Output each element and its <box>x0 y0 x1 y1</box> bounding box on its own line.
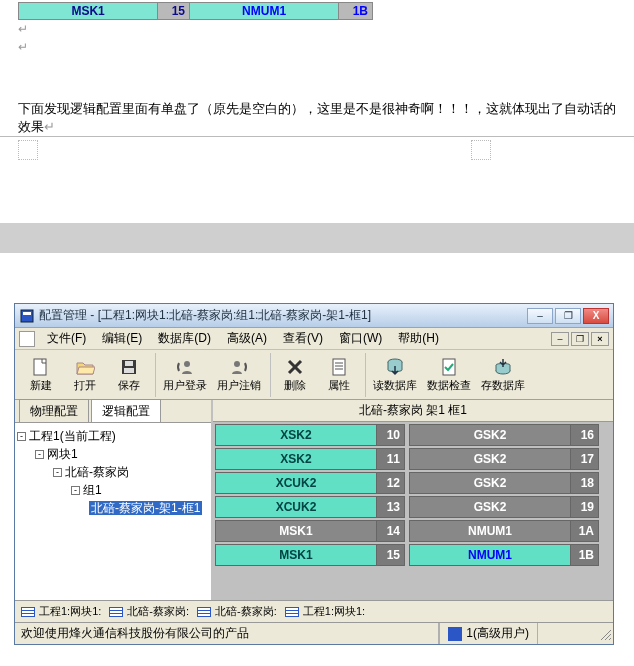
slot-left[interactable]: XCUK212 <box>215 472 405 494</box>
logout-icon <box>228 356 250 378</box>
rack-row: MSK115NMUM11B <box>215 544 611 566</box>
readdb-button[interactable]: 读数据库 <box>370 354 420 396</box>
slot-right[interactable]: GSK217 <box>409 448 599 470</box>
left-pane: 物理配置 逻辑配置 -工程1(当前工程) -网块1 -北碚-蔡家岗 -组1 北碚… <box>15 400 213 600</box>
menu-advanced[interactable]: 高级(A) <box>219 330 275 347</box>
slot-number: 1B <box>570 545 598 565</box>
slot-label: GSK2 <box>410 449 570 469</box>
rack-row: XSK210GSK216 <box>215 424 611 446</box>
svg-rect-2 <box>34 359 46 375</box>
menu-file[interactable]: 文件(F) <box>39 330 94 347</box>
tree-node-site[interactable]: -北碚-蔡家岗 <box>17 463 209 481</box>
svg-rect-19 <box>22 611 34 613</box>
slot-right[interactable]: GSK216 <box>409 424 599 446</box>
slot-label: MSK1 <box>216 521 376 541</box>
svg-rect-30 <box>286 608 298 610</box>
save-icon <box>118 356 140 378</box>
checkdata-icon <box>438 356 460 378</box>
menu-icon <box>19 331 35 347</box>
menu-database[interactable]: 数据库(D) <box>150 330 219 347</box>
rack-icon <box>197 607 211 617</box>
collapse-icon[interactable]: - <box>35 450 44 459</box>
tree-node-block[interactable]: -网块1 <box>17 445 209 463</box>
mdi-close-button[interactable]: × <box>591 332 609 346</box>
slot-number: 15 <box>376 545 404 565</box>
slot-number: 11 <box>376 449 404 469</box>
collapse-icon[interactable]: - <box>17 432 26 441</box>
slot-left[interactable]: XCUK213 <box>215 496 405 518</box>
bottom-tab[interactable]: 工程1:网块1: <box>285 604 365 619</box>
window-title: 配置管理 - [工程1:网块1:北碚-蔡家岗:组1:北碚-蔡家岗-架1-框1] <box>39 307 527 324</box>
minimize-button[interactable]: – <box>527 308 553 324</box>
svg-rect-1 <box>23 312 31 315</box>
mdi-minimize-button[interactable]: – <box>551 332 569 346</box>
delete-label: 删除 <box>284 378 306 393</box>
image-placeholders <box>0 137 634 163</box>
save-button[interactable]: 保存 <box>109 354 149 396</box>
resize-grip-icon[interactable] <box>597 626 613 642</box>
rack-row: MSK114NMUM11A <box>215 520 611 542</box>
toolbar: 新建 打开 保存 用户登录 用户注销 删除 <box>15 350 613 400</box>
slot-right[interactable]: GSK218 <box>409 472 599 494</box>
slot-number: 19 <box>570 497 598 517</box>
login-icon <box>174 356 196 378</box>
mdi-restore-button[interactable]: ❐ <box>571 332 589 346</box>
savedb-button[interactable]: 存数据库 <box>478 354 528 396</box>
readdb-label: 读数据库 <box>373 378 417 393</box>
properties-button[interactable]: 属性 <box>319 354 359 396</box>
new-button[interactable]: 新建 <box>21 354 61 396</box>
status-user-cell: 1(高级用户) <box>439 623 537 644</box>
svg-rect-4 <box>124 368 134 373</box>
svg-rect-28 <box>198 614 210 616</box>
maximize-button[interactable]: ❐ <box>555 308 581 324</box>
svg-rect-15 <box>443 359 455 375</box>
bottom-tab[interactable]: 北碚-蔡家岗: <box>197 604 277 619</box>
rack-icon <box>285 607 299 617</box>
bottom-tab[interactable]: 北碚-蔡家岗: <box>109 604 189 619</box>
slot-number: 12 <box>376 473 404 493</box>
logout-button[interactable]: 用户注销 <box>214 354 264 396</box>
app-window: 配置管理 - [工程1:网块1:北碚-蔡家岗:组1:北碚-蔡家岗-架1-框1] … <box>14 303 614 645</box>
svg-rect-5 <box>125 361 133 366</box>
tab-physical[interactable]: 物理配置 <box>19 399 89 422</box>
login-label: 用户登录 <box>163 378 207 393</box>
svg-rect-27 <box>198 611 210 613</box>
login-button[interactable]: 用户登录 <box>160 354 210 396</box>
user-indicator-icon <box>448 627 462 641</box>
tree-node-project[interactable]: -工程1(当前工程) <box>17 427 209 445</box>
slot-right[interactable]: GSK219 <box>409 496 599 518</box>
paragraph-mark: ↵ <box>0 38 634 56</box>
menu-help[interactable]: 帮助(H) <box>390 330 447 347</box>
placeholder-box <box>18 140 38 160</box>
new-label: 新建 <box>30 378 52 393</box>
slot-right[interactable]: NMUM11B <box>409 544 599 566</box>
slot-number: 1A <box>570 521 598 541</box>
tree-node-group[interactable]: -组1 <box>17 481 209 499</box>
close-button[interactable]: X <box>583 308 609 324</box>
bottom-tab[interactable]: 工程1:网块1: <box>21 604 101 619</box>
slot-left[interactable]: XSK210 <box>215 424 405 446</box>
slot-left[interactable]: MSK114 <box>215 520 405 542</box>
tree-node-frame[interactable]: 北碚-蔡家岗-架1-框1 <box>17 499 209 517</box>
slot-left[interactable]: MSK115 <box>215 544 405 566</box>
checkdata-button[interactable]: 数据检查 <box>424 354 474 396</box>
menu-view[interactable]: 查看(V) <box>275 330 331 347</box>
slot-right[interactable]: NMUM11A <box>409 520 599 542</box>
open-button[interactable]: 打开 <box>65 354 105 396</box>
svg-rect-18 <box>22 608 34 610</box>
slot-left[interactable]: XSK211 <box>215 448 405 470</box>
collapse-icon[interactable]: - <box>53 468 62 477</box>
tab-logical[interactable]: 逻辑配置 <box>91 399 161 422</box>
slot-label: NMUM1 <box>410 521 570 541</box>
slot-label: GSK2 <box>410 497 570 517</box>
tree-view[interactable]: -工程1(当前工程) -网块1 -北碚-蔡家岗 -组1 北碚-蔡家岗-架1-框1 <box>15 422 211 600</box>
collapse-icon[interactable]: - <box>71 486 80 495</box>
delete-button[interactable]: 删除 <box>275 354 315 396</box>
slot-label: MSK1 <box>216 545 376 565</box>
rack-row: XCUK212GSK218 <box>215 472 611 494</box>
slot-number: 16 <box>570 425 598 445</box>
menu-window[interactable]: 窗口(W) <box>331 330 390 347</box>
menu-edit[interactable]: 编辑(E) <box>94 330 150 347</box>
save-label: 保存 <box>118 378 140 393</box>
body-paragraph: 下面发现逻辑配置里面有单盘了（原先是空白的），这里是不是很神奇啊！！！，这就体现… <box>0 96 634 137</box>
